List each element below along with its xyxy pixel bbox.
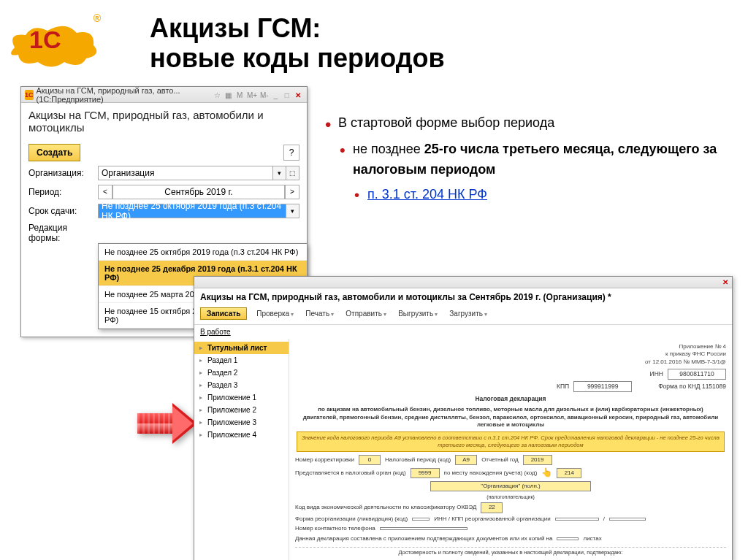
reorg-org-label: ИНН / КПП реорганизованной организации bbox=[434, 515, 550, 523]
write-button[interactable]: Записать bbox=[200, 307, 247, 320]
corr-field[interactable]: 0 bbox=[359, 455, 381, 465]
help-button[interactable]: ? bbox=[283, 145, 299, 161]
declaration-heading: Налоговая декларация bbox=[302, 395, 719, 403]
maximize-icon[interactable]: □ bbox=[282, 90, 291, 100]
period-prev-button[interactable]: < bbox=[98, 185, 112, 199]
reorg-kpp-field[interactable] bbox=[609, 518, 646, 521]
reorg-field[interactable] bbox=[412, 518, 430, 521]
nav-section-1[interactable]: Раздел 1 bbox=[194, 354, 289, 367]
phone-field[interactable] bbox=[380, 527, 468, 530]
okved-field[interactable]: 22 bbox=[481, 502, 503, 513]
logo-1c: ® 1С bbox=[7, 15, 102, 58]
phone-label: Номер контактного телефона bbox=[295, 525, 375, 532]
pages-label-2: листах bbox=[583, 535, 601, 542]
bullet-3: п. 3.1 ст. 204 НК РФ bbox=[325, 185, 748, 205]
mminus-icon[interactable]: M- bbox=[259, 90, 270, 100]
close-icon[interactable]: ✕ bbox=[294, 90, 303, 100]
pages-label-1: Данная декларация составлена с приложени… bbox=[295, 535, 552, 542]
pages-field[interactable] bbox=[557, 537, 579, 540]
bullet-2: не позднее 25-го числа третьего месяца, … bbox=[325, 139, 748, 180]
deadline-label: Срок сдачи: bbox=[28, 206, 98, 216]
reorg-inn-field[interactable] bbox=[555, 518, 599, 521]
inn-label: ИНН bbox=[650, 370, 663, 378]
logo-text: 1С bbox=[29, 26, 61, 54]
confirm-text: Достоверность и полноту сведений, указан… bbox=[295, 547, 726, 556]
bullet-1: В стартовой форме выбор периода bbox=[325, 113, 748, 134]
kpp-field[interactable]: 999911999 bbox=[573, 381, 632, 392]
deadline-dropdown-icon[interactable]: ▾ bbox=[286, 204, 299, 218]
declaration-toolbar: Записать Проверка Печать Отправить Выгру… bbox=[194, 306, 732, 325]
minimize-icon[interactable]: _ bbox=[271, 90, 280, 100]
corr-label: Номер корректировки bbox=[295, 456, 354, 464]
taxperiod-label: Налоговый период (код) bbox=[385, 456, 451, 464]
reorg-label: Форма реорганизации (ликвидация) (код) bbox=[295, 515, 408, 523]
nav-app-4[interactable]: Приложение 4 bbox=[194, 429, 289, 441]
place-field[interactable]: 214 bbox=[557, 468, 581, 478]
taxperiod-field[interactable]: А9 bbox=[455, 455, 477, 465]
window-titlebar: 1C Акцизы на ГСМ, природный газ, авто...… bbox=[21, 87, 307, 103]
upload-menu[interactable]: Выгрузить bbox=[396, 310, 440, 318]
org-input[interactable]: Организация bbox=[98, 166, 273, 180]
nav-title-page[interactable]: Титульный лист bbox=[194, 342, 289, 354]
version-label: Редакция формы: bbox=[28, 223, 98, 243]
inn-field[interactable]: 9800811710 bbox=[668, 369, 726, 380]
title-page-form: Приложение № 4 к приказу ФНС России от 1… bbox=[289, 339, 732, 560]
nav-app-2[interactable]: Приложение 2 bbox=[194, 404, 289, 416]
send-menu[interactable]: Отправить bbox=[343, 310, 389, 318]
status-link[interactable]: В работе bbox=[194, 325, 732, 339]
orgfull-sub: (налогоплательщик) bbox=[295, 494, 726, 500]
nav-section-3[interactable]: Раздел 3 bbox=[194, 379, 289, 391]
close-icon[interactable]: ✕ bbox=[721, 278, 730, 286]
star-icon[interactable]: ☆ bbox=[213, 90, 222, 100]
period-next-button[interactable]: > bbox=[285, 185, 299, 199]
period-field[interactable]: Сентябрь 2019 г. bbox=[112, 185, 285, 199]
appendix-note: Приложение № 4 к приказу ФНС России от 1… bbox=[295, 343, 726, 366]
place-label: по месту нахождения (учета) (код) bbox=[444, 469, 538, 477]
deadline-select[interactable]: Не позднее 25 октября 2019 года (п.3 ст.… bbox=[98, 204, 286, 218]
bullet-list: В стартовой форме выбор периода не поздн… bbox=[325, 113, 748, 205]
period-code-highlight: Значение кода налогового периода А9 уста… bbox=[297, 431, 725, 452]
okved-label: Код вида экономической деятельности по к… bbox=[295, 504, 476, 511]
nav-app-3[interactable]: Приложение 3 bbox=[194, 416, 289, 429]
window2-titlebar: ✕ bbox=[194, 277, 732, 288]
organ-field[interactable]: 9999 bbox=[411, 468, 440, 478]
calc-icon[interactable]: ▦ bbox=[224, 90, 233, 100]
knd-label: Форма по КНД 1151089 bbox=[658, 383, 726, 391]
period-label: Период: bbox=[28, 187, 98, 197]
year-label: Отчетный год bbox=[481, 456, 518, 464]
window-title: Акцизы на ГСМ, природный газ, авто... (1… bbox=[37, 86, 211, 104]
m-icon[interactable]: M bbox=[235, 90, 245, 100]
declaration-window: ✕ Акцизы на ГСМ, природный газ, автомоби… bbox=[194, 276, 733, 560]
org-label: Организация: bbox=[28, 168, 98, 178]
nav-app-1[interactable]: Приложение 1 bbox=[194, 391, 289, 404]
check-menu[interactable]: Проверка bbox=[254, 310, 296, 318]
declaration-title: Акцизы на ГСМ, природный газ, автомобили… bbox=[194, 288, 732, 306]
create-button[interactable]: Создать bbox=[28, 144, 80, 161]
form-header: Акцизы на ГСМ, природный газ, автомобили… bbox=[21, 103, 307, 139]
year-field[interactable]: 2019 bbox=[523, 455, 552, 465]
slide-title: Акцизы ГСМ: новые коды периодов bbox=[150, 13, 445, 74]
load-menu[interactable]: Загрузить bbox=[447, 310, 489, 318]
open-icon[interactable]: ⬚ bbox=[286, 166, 299, 180]
kpp-label: КПП bbox=[557, 383, 569, 391]
app-icon: 1C bbox=[25, 90, 34, 100]
orgfull-field[interactable]: "Организация" (полн.) bbox=[430, 481, 591, 491]
cursor-icon: 👆 bbox=[541, 467, 552, 479]
dropdown-icon[interactable]: ▾ bbox=[273, 166, 286, 180]
declaration-subheading: по акцизам на автомобильный бензин, дизе… bbox=[302, 406, 719, 429]
nav-section-2[interactable]: Раздел 2 bbox=[194, 367, 289, 379]
organ-label: Представляется в налоговый орган (код) bbox=[295, 469, 406, 477]
print-menu[interactable]: Печать bbox=[303, 310, 336, 318]
mplus-icon[interactable]: M+ bbox=[246, 90, 258, 100]
law-link[interactable]: п. 3.1 ст. 204 НК РФ bbox=[367, 187, 487, 202]
section-nav: Титульный лист Раздел 1 Раздел 2 Раздел … bbox=[194, 339, 289, 560]
dropdown-option-1[interactable]: Не позднее 25 октября 2019 года (п.3 ст.… bbox=[99, 244, 307, 261]
